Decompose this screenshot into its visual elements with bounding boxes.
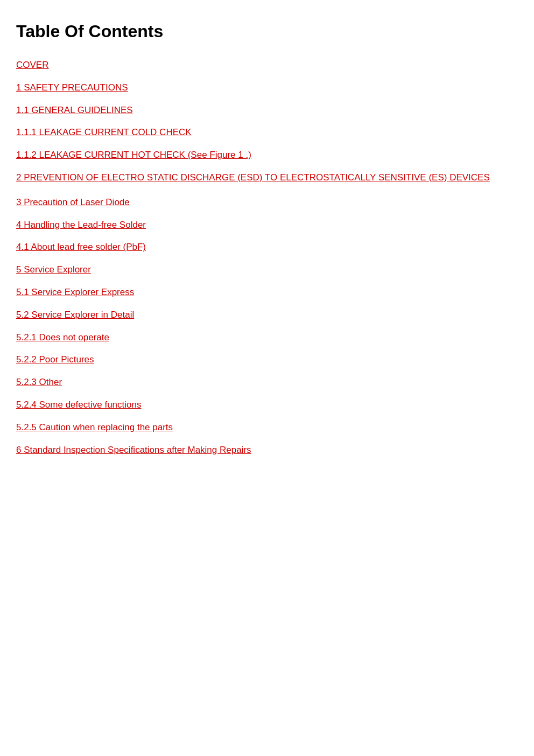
toc-item: 1.1.1 LEAKAGE CURRENT COLD CHECK	[16, 126, 518, 139]
page-title: Table Of Contents	[16, 22, 518, 41]
toc-item: 1 SAFETY PRECAUTIONS	[16, 81, 518, 94]
toc-item: 6 Standard Inspection Specifications aft…	[16, 444, 518, 457]
toc-item: 4 Handling the Lead-free Solder	[16, 219, 518, 232]
toc-link-general-guidelines[interactable]: 1.1 GENERAL GUIDELINES	[16, 105, 133, 115]
toc-item: 5.2.4 Some defective functions	[16, 398, 518, 411]
toc-link-service-explorer[interactable]: 5 Service Explorer	[16, 264, 91, 275]
toc-item: 5.2.5 Caution when replacing the parts	[16, 421, 518, 434]
toc-item: 3 Precaution of Laser Diode	[16, 196, 518, 209]
toc-link-other[interactable]: 5.2.3 Other	[16, 377, 62, 387]
toc-link-defective-functions[interactable]: 5.2.4 Some defective functions	[16, 400, 141, 410]
toc-item: 5.1 Service Explorer Express	[16, 286, 518, 299]
toc-item: 5.2.1 Does not operate	[16, 331, 518, 344]
toc-item: 5.2.2 Poor Pictures	[16, 353, 518, 366]
toc-link-caution-replacing[interactable]: 5.2.5 Caution when replacing the parts	[16, 422, 173, 432]
toc-item: 5 Service Explorer	[16, 263, 518, 276]
toc-link-lead-free-solder[interactable]: 4 Handling the Lead-free Solder	[16, 220, 146, 230]
toc-link-about-lead-free[interactable]: 4.1 About lead free solder (PbF)	[16, 242, 146, 252]
toc-item: 1.1 GENERAL GUIDELINES	[16, 104, 518, 117]
toc-link-service-explorer-express[interactable]: 5.1 Service Explorer Express	[16, 287, 134, 297]
toc-link-leakage-cold[interactable]: 1.1.1 LEAKAGE CURRENT COLD CHECK	[16, 127, 192, 137]
toc-item: 4.1 About lead free solder (PbF)	[16, 241, 518, 254]
toc-item: 2 PREVENTION OF ELECTRO STATIC DISCHARGE…	[16, 171, 518, 184]
toc-item: 1.1.2 LEAKAGE CURRENT HOT CHECK (See Fig…	[16, 149, 518, 162]
table-of-contents: COVER1 SAFETY PRECAUTIONS1.1 GENERAL GUI…	[16, 59, 518, 466]
toc-link-poor-pictures[interactable]: 5.2.2 Poor Pictures	[16, 354, 94, 365]
toc-link-service-explorer-detail[interactable]: 5.2 Service Explorer in Detail	[16, 310, 134, 320]
toc-link-standard-inspection[interactable]: 6 Standard Inspection Specifications aft…	[16, 445, 251, 455]
toc-link-laser-diode[interactable]: 3 Precaution of Laser Diode	[16, 197, 130, 207]
toc-item: 5.2 Service Explorer in Detail	[16, 309, 518, 321]
toc-link-does-not-operate[interactable]: 5.2.1 Does not operate	[16, 332, 109, 342]
toc-item: COVER	[16, 59, 518, 72]
toc-item: 5.2.3 Other	[16, 376, 518, 389]
toc-link-leakage-hot[interactable]: 1.1.2 LEAKAGE CURRENT HOT CHECK (See Fig…	[16, 150, 251, 160]
toc-link-esd[interactable]: 2 PREVENTION OF ELECTRO STATIC DISCHARGE…	[16, 172, 490, 183]
toc-link-safety-precautions[interactable]: 1 SAFETY PRECAUTIONS	[16, 82, 128, 93]
toc-link-cover[interactable]: COVER	[16, 60, 48, 70]
